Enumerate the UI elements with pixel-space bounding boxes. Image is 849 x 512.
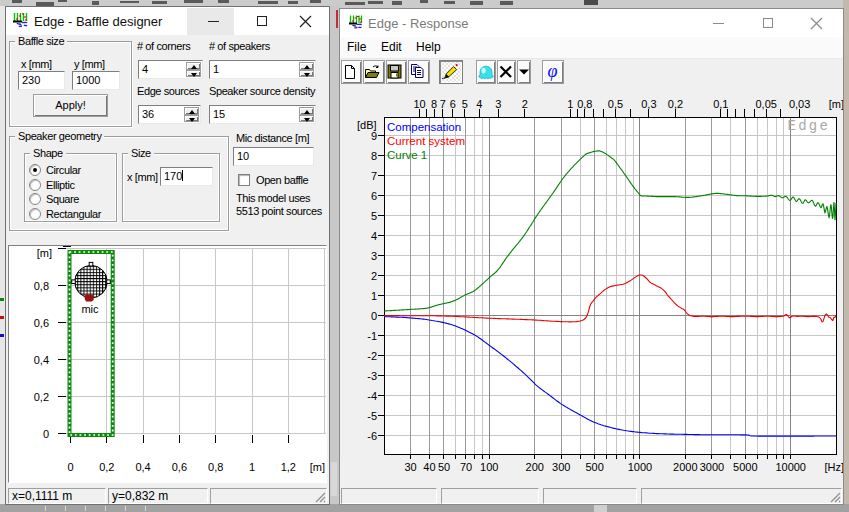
svg-text:4: 4 xyxy=(476,98,482,110)
svg-text:3: 3 xyxy=(495,98,501,110)
svg-text:0,6: 0,6 xyxy=(34,317,49,329)
svg-text:0,3: 0,3 xyxy=(641,98,656,110)
svg-text:0,03: 0,03 xyxy=(789,98,810,110)
svg-text:1: 1 xyxy=(567,98,573,110)
svg-text:0,2: 0,2 xyxy=(668,98,683,110)
svg-text:0,8: 0,8 xyxy=(577,98,592,110)
svg-text:0,1: 0,1 xyxy=(713,98,728,110)
svg-text:0,4: 0,4 xyxy=(135,461,150,473)
svg-text:0,6: 0,6 xyxy=(172,461,187,473)
svg-text:8: 8 xyxy=(431,98,437,110)
svg-text:5: 5 xyxy=(462,98,468,110)
svg-text:[Hz]: [Hz] xyxy=(824,461,843,473)
svg-text:6: 6 xyxy=(450,98,456,110)
svg-text:6: 6 xyxy=(371,190,377,202)
svg-text:-1: -1 xyxy=(367,330,377,342)
svg-text:50: 50 xyxy=(438,461,450,473)
svg-text:0,05: 0,05 xyxy=(755,98,776,110)
svg-text:1,2: 1,2 xyxy=(281,461,296,473)
svg-text:[m]: [m] xyxy=(310,461,325,473)
svg-text:70: 70 xyxy=(460,461,472,473)
svg-text:30: 30 xyxy=(404,461,416,473)
svg-text:-2: -2 xyxy=(367,350,377,362)
svg-text:200: 200 xyxy=(526,461,544,473)
svg-text:0: 0 xyxy=(371,310,377,322)
svg-text:2: 2 xyxy=(371,270,377,282)
svg-text:300: 300 xyxy=(552,461,570,473)
svg-text:1: 1 xyxy=(371,290,377,302)
svg-text:5000: 5000 xyxy=(733,461,757,473)
svg-text:0,2: 0,2 xyxy=(34,391,49,403)
svg-text:0,5: 0,5 xyxy=(608,98,623,110)
svg-text:3000: 3000 xyxy=(700,461,724,473)
svg-text:4: 4 xyxy=(371,230,377,242)
svg-text:0,8: 0,8 xyxy=(208,461,223,473)
svg-text:500: 500 xyxy=(585,461,603,473)
svg-text:100: 100 xyxy=(480,461,498,473)
svg-text:Current system: Current system xyxy=(387,135,465,147)
svg-text:Compensation: Compensation xyxy=(387,121,461,133)
svg-text:2000: 2000 xyxy=(673,461,697,473)
svg-text:0,2: 0,2 xyxy=(99,461,114,473)
svg-text:40: 40 xyxy=(423,461,435,473)
svg-text:7: 7 xyxy=(440,98,446,110)
svg-text:3: 3 xyxy=(371,250,377,262)
svg-text:10: 10 xyxy=(413,98,425,110)
svg-text:[m]: [m] xyxy=(829,98,843,110)
svg-text:-3: -3 xyxy=(367,370,377,382)
svg-text:-5: -5 xyxy=(367,410,377,422)
svg-text:-4: -4 xyxy=(367,390,377,402)
svg-text:8: 8 xyxy=(371,150,377,162)
svg-text:1: 1 xyxy=(249,461,255,473)
svg-text:-6: -6 xyxy=(367,430,377,442)
svg-text:7: 7 xyxy=(371,170,377,182)
svg-text:mic: mic xyxy=(81,303,99,315)
svg-text:0,8: 0,8 xyxy=(34,280,49,292)
svg-text:10000: 10000 xyxy=(775,461,806,473)
svg-text:Edge: Edge xyxy=(788,118,830,134)
svg-text:0,4: 0,4 xyxy=(34,354,49,366)
svg-text:[m]: [m] xyxy=(37,247,52,259)
svg-text:5: 5 xyxy=(371,210,377,222)
svg-text:Curve 1: Curve 1 xyxy=(387,149,427,161)
svg-text:0: 0 xyxy=(43,428,49,440)
svg-text:2: 2 xyxy=(522,98,528,110)
svg-text:1000: 1000 xyxy=(628,461,652,473)
svg-text:0: 0 xyxy=(67,461,73,473)
svg-text:9: 9 xyxy=(371,130,377,142)
